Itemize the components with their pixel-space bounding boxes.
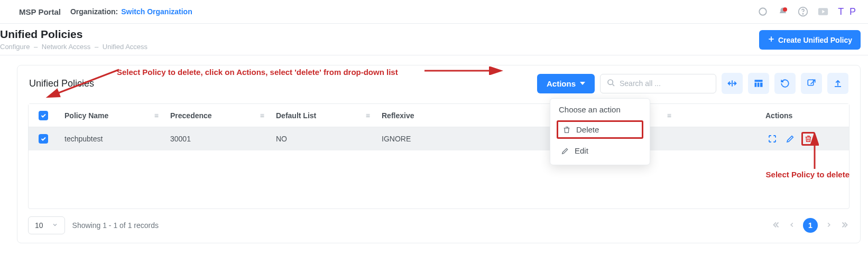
video-icon[interactable] (818, 6, 828, 17)
card-title: Unified Policies (29, 78, 94, 89)
page-size-value: 10 (35, 221, 43, 230)
cell-default-list: NO (270, 127, 375, 150)
svg-rect-11 (760, 83, 763, 87)
breadcrumb-item[interactable]: Configure (0, 43, 30, 51)
svg-point-2 (803, 14, 804, 14)
actions-button-label: Actions (547, 79, 576, 88)
grip-icon: ≡ (366, 111, 369, 120)
row-checkbox[interactable] (39, 134, 48, 144)
grip-icon: ≡ (260, 111, 263, 120)
actions-dropdown-button[interactable]: Actions (537, 74, 595, 93)
dropdown-item-delete[interactable]: Delete (557, 120, 643, 139)
col-default-list[interactable]: Default List≡ (270, 104, 375, 127)
svg-rect-10 (758, 83, 760, 87)
cell-policy-name: techpubtest (58, 127, 164, 150)
col-policy-name[interactable]: Policy Name≡ (58, 104, 164, 127)
organization-label: Organization: (70, 7, 118, 16)
search-input-wrapper[interactable] (600, 74, 716, 93)
col-reflexive-label: Reflexive (382, 111, 414, 120)
user-avatar[interactable]: T P (838, 6, 857, 17)
upload-button[interactable] (827, 73, 848, 94)
refresh-button[interactable] (774, 73, 796, 94)
pager-last[interactable] (840, 220, 849, 231)
records-info: Showing 1 - 1 of 1 records (72, 221, 159, 230)
breadcrumb-item[interactable]: Network Access (42, 43, 90, 51)
pager-next[interactable] (825, 221, 833, 230)
cell-reflexive: IGNORE (375, 127, 576, 150)
page-title: Unified Policies (0, 28, 147, 41)
breadcrumb: Configure – Network Access – Unified Acc… (0, 43, 147, 51)
create-unified-policy-button[interactable]: Create Unified Policy (759, 30, 861, 50)
col-policy-name-label: Policy Name (64, 111, 108, 120)
search-input[interactable] (620, 79, 709, 88)
row-edit-button[interactable] (783, 132, 797, 146)
actions-dropdown-menu: Choose an action Delete Edit (550, 98, 650, 165)
page-size-select[interactable]: 10 (28, 216, 65, 234)
col-actions-label: Actions (765, 111, 792, 120)
dropdown-edit-label: Edit (575, 146, 588, 155)
resize-columns-button[interactable] (722, 73, 743, 94)
columns-button[interactable] (748, 73, 769, 94)
annotation-right: Select Policy to delete (766, 170, 849, 179)
grip-icon: ≡ (667, 111, 670, 120)
caret-down-icon (580, 82, 585, 85)
pager-current[interactable]: 1 (803, 218, 818, 233)
annotation-instruction: Select Policy to delete, click on Action… (117, 68, 398, 77)
plus-icon (768, 35, 775, 44)
export-button[interactable] (801, 73, 822, 94)
search-icon (607, 79, 615, 89)
cell-precedence: 30001 (164, 127, 270, 150)
col-actions: Actions (759, 104, 849, 127)
chevron-down-icon (52, 221, 58, 230)
table-row[interactable]: techpubtest 30001 NO IGNORE YES (29, 127, 849, 150)
row-expand-button[interactable] (765, 132, 779, 146)
switch-organization-link[interactable]: Switch Organization (121, 7, 192, 16)
msp-portal-label: MSP Portal (19, 7, 61, 16)
status-circle-icon[interactable] (758, 6, 768, 17)
row-delete-button[interactable] (801, 132, 815, 146)
svg-point-0 (760, 8, 767, 15)
table-header: Policy Name≡ Precedence≡ Default List≡ R… (29, 104, 849, 127)
select-all-checkbox[interactable] (39, 111, 48, 120)
help-icon[interactable] (798, 6, 808, 17)
svg-point-7 (608, 80, 613, 84)
pager-first[interactable] (771, 220, 781, 231)
pager-prev[interactable] (788, 221, 796, 230)
dropdown-item-edit[interactable]: Edit (557, 143, 643, 158)
breadcrumb-item[interactable]: Unified Access (103, 43, 147, 51)
col-precedence[interactable]: Precedence≡ (164, 104, 270, 127)
dropdown-delete-label: Delete (576, 125, 599, 134)
svg-rect-9 (755, 83, 757, 87)
notifications-icon[interactable] (778, 6, 788, 17)
dropdown-title: Choose an action (557, 105, 643, 114)
create-button-label: Create Unified Policy (778, 36, 852, 44)
col-default-list-label: Default List (276, 111, 316, 120)
col-precedence-label: Precedence (170, 111, 212, 120)
col-reflexive[interactable]: Reflexive≡ (375, 104, 576, 127)
grip-icon: ≡ (154, 111, 158, 120)
svg-rect-8 (755, 80, 763, 82)
